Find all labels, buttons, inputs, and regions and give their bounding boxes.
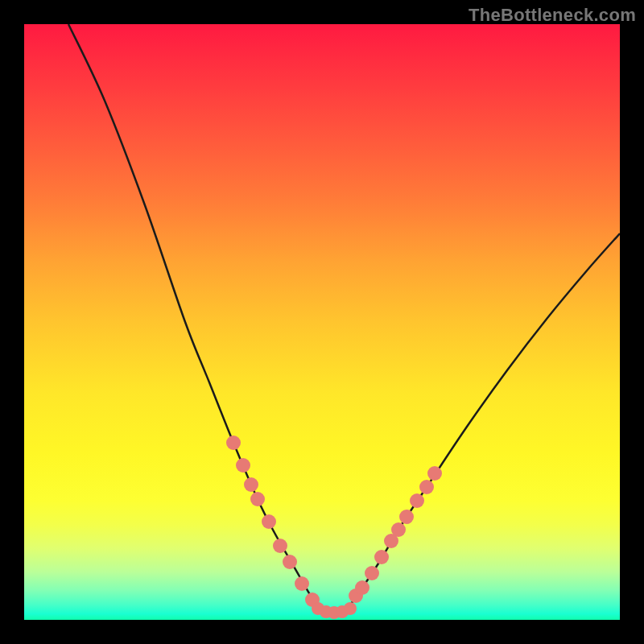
curve-marker [283,555,297,569]
curve-marker [250,492,265,506]
curve-marker [244,477,258,492]
curve-marker [236,458,250,473]
curve-markers [226,436,442,619]
curve-marker [391,522,406,537]
watermark-text: TheBottleneck.com [469,5,636,26]
curve-marker [226,436,241,450]
curve-marker [355,580,369,595]
plot-area [24,24,620,620]
chart-frame: TheBottleneck.com [0,0,644,644]
curve-marker [262,514,276,529]
curve-marker [273,539,287,553]
curve-marker [427,466,442,481]
curve-marker [419,480,434,494]
curve-marker [328,606,341,619]
curve-marker [349,588,363,603]
bottleneck-curve [68,24,620,613]
curve-marker [320,605,332,618]
curve-marker [305,592,320,607]
curve-marker [336,605,349,618]
curve-marker [384,534,398,548]
curve-marker [374,550,389,564]
curve-marker [295,576,309,591]
curve-marker [410,493,424,508]
curve-marker [399,510,414,524]
curve-marker [312,602,324,615]
curve-marker [344,602,357,615]
curve-svg [24,24,620,620]
curve-marker [365,566,379,580]
